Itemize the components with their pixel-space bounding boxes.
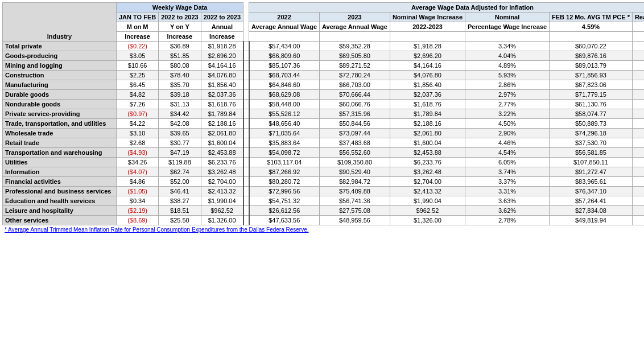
col4-sub: Average Annual Wage: [249, 22, 320, 32]
avg-col3-value: $1,990.04: [390, 196, 465, 206]
avg-col4-value: 3.22%: [465, 109, 550, 119]
col1-value: $6.45: [117, 80, 159, 90]
avg-col1-value: $58,448.00: [249, 100, 320, 109]
avg-col1-value: $66,809.60: [249, 51, 320, 61]
avg-col1-value: $48,656.40: [249, 119, 320, 129]
avg-col3-value: $3,262.48: [390, 167, 465, 177]
avg-col6-value: ($1,064.00): [632, 100, 644, 109]
spacer-cell: [243, 167, 249, 177]
avg-col3-value: $2,704.00: [390, 177, 465, 187]
col1-value: $3.10: [117, 129, 159, 138]
avg-col1-value: $57,434.00: [249, 42, 320, 51]
industry-cell: Financial activities: [3, 177, 117, 187]
col3-value: $4,076.80: [201, 71, 243, 80]
table-row: Goods-producing$3.05$51.85$2,696.20$66,8…: [3, 51, 645, 61]
avg-col4-value: 4.50%: [465, 119, 550, 129]
avg-col4-value: 2.97%: [465, 90, 550, 100]
col3-value: $1,326.00: [201, 216, 243, 225]
spacer-cell: [243, 61, 249, 71]
spacer4: [243, 32, 249, 42]
industry-cell: Information: [3, 167, 117, 177]
avg-col3-value: $962.52: [390, 206, 465, 216]
col5-sub: Average Annual Wage: [320, 22, 390, 32]
avg-col2-value: $59,352.28: [320, 42, 390, 51]
industry-cell: Private service-providing: [3, 109, 117, 119]
avg-col2-value: $73,097.44: [320, 129, 390, 138]
industry-cell: Nondurable goods: [3, 100, 117, 109]
avg-col3-value: $1,326.00: [390, 216, 465, 225]
avg-col2-value: $48,959.56: [320, 216, 390, 225]
col6-label: Nominal Wage Increase: [390, 13, 465, 22]
spacer-cell: [243, 119, 249, 129]
col1-value: ($2.19): [117, 206, 159, 216]
avg-col3-value: $2,696.20: [390, 51, 465, 61]
avg-col5-value: $27,834.08: [550, 206, 633, 216]
col1-value: $2.25: [117, 71, 159, 80]
col3-value: $1,856.40: [201, 80, 243, 90]
avg-col3-value: $2,413.32: [390, 187, 465, 196]
col1-value: ($4.07): [117, 167, 159, 177]
avg-col6-value: ($758.81): [632, 109, 644, 119]
spacer-cell: [243, 158, 249, 167]
table-row: Leisure and hospitality($2.19)$18.51$962…: [3, 206, 645, 216]
avg-col4-value: 4.89%: [465, 61, 550, 71]
col2-value: $31.13: [159, 100, 201, 109]
industry-cell: Construction: [3, 71, 117, 80]
col1-sub: M on M: [117, 22, 159, 32]
avg-col1-value: $68,629.08: [249, 90, 320, 100]
avg-col2-value: $109,350.80: [320, 158, 390, 167]
col3-value: $1,618.76: [201, 100, 243, 109]
table-row: Private service-providing($0.97)$34.42$1…: [3, 109, 645, 119]
avg-col6-value: ($743.07): [632, 167, 644, 177]
col1-value: $4.86: [117, 177, 159, 187]
avg-col6-value: ($1,120.06): [632, 80, 644, 90]
industry-cell: Wholesale trade: [3, 129, 117, 138]
col3-value: $1,990.04: [201, 196, 243, 206]
col2-value: $52.00: [159, 177, 201, 187]
col2-value: $47.19: [159, 148, 201, 158]
col1-inc: Increase: [117, 32, 159, 42]
avg-col6-value: ($1,112.71): [632, 90, 644, 100]
avg-col2-value: $56,552.60: [320, 148, 390, 158]
col2-value: $78.40: [159, 71, 201, 80]
industry-cell: Total private: [3, 42, 117, 51]
avg-col5-value: $91,272.47: [550, 167, 633, 177]
avg-col1-value: $87,266.92: [249, 167, 320, 177]
avg-col1-value: $103,117.04: [249, 158, 320, 167]
avg-col1-value: $71,035.64: [249, 129, 320, 138]
avg-col6-value: ($45.17): [632, 119, 644, 129]
col2-value: $30.77: [159, 138, 201, 148]
avg-col6-value: $1,500.69: [632, 158, 644, 167]
col7-sub: Percentage Wage Increase: [465, 22, 550, 32]
avg-col2-value: $90,529.40: [320, 167, 390, 177]
spacer-cell: [243, 100, 249, 109]
table-row: Nondurable goods$7.26$31.13$1,618.76$58,…: [3, 100, 645, 109]
avg-col2-value: $57,315.96: [320, 109, 390, 119]
avg-col5-value: $60,070.22: [550, 42, 633, 51]
col1-value: ($8.69): [117, 216, 159, 225]
avg-col4-value: 3.74%: [465, 167, 550, 177]
col2-value: $34.42: [159, 109, 201, 119]
col3-value: $2,037.36: [201, 90, 243, 100]
spacer-cell: [243, 90, 249, 100]
industry-cell: Trade, transportation, and utilities: [3, 119, 117, 129]
col3-value: $2,188.16: [201, 119, 243, 129]
col2-value: $46.41: [159, 187, 201, 196]
table-row: Professional and business services($1.05…: [3, 187, 645, 196]
avg-col5-value: $69,876.16: [550, 51, 633, 61]
col4-empty: [249, 32, 320, 42]
col2-value: $25.50: [159, 216, 201, 225]
spacer-cell: [243, 206, 249, 216]
col9-sub: (Decrease): [632, 22, 644, 32]
industry-cell: Mining and logging: [3, 61, 117, 71]
col2-value: $51.85: [159, 51, 201, 61]
spacer: [243, 3, 249, 13]
col3-value: $962.52: [201, 206, 243, 216]
avg-col2-value: $27,575.08: [320, 206, 390, 216]
avg-col3-value: $1,918.28: [390, 42, 465, 51]
avg-col3-value: $2,453.88: [390, 148, 465, 158]
main-container: Industry Weekly Wage Data Average Wage D…: [0, 0, 644, 236]
col3-label: 2022 to 2023: [201, 13, 243, 22]
avg-col5-value: $56,581.85: [550, 148, 633, 158]
industry-cell: Transportation and warehousing: [3, 148, 117, 158]
